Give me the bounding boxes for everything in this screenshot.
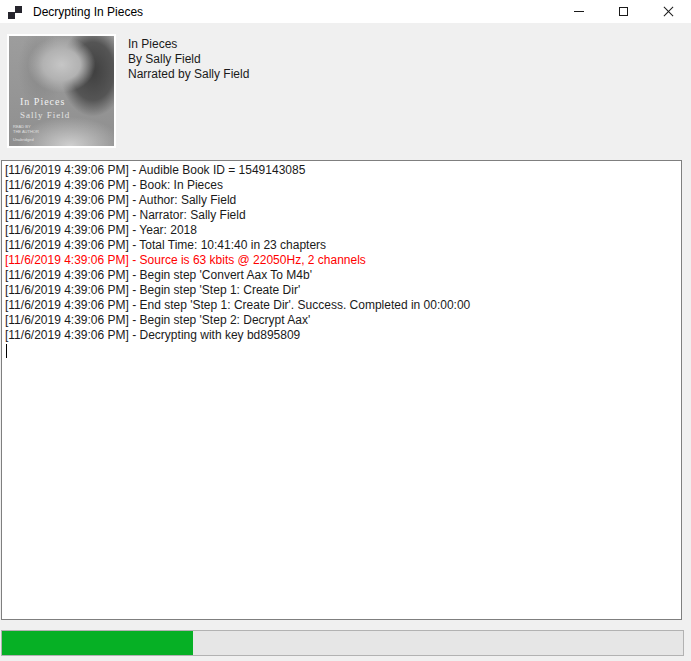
- close-icon: [663, 6, 674, 17]
- minimize-icon: [574, 11, 584, 12]
- app-icon-square-small: [8, 12, 15, 19]
- caret-line: [5, 343, 677, 358]
- app-window: Decrypting In Pieces In Pieces Sally Fie…: [0, 0, 691, 661]
- window-controls: [556, 0, 691, 23]
- log-line: [11/6/2019 4:39:06 PM] - Source is 63 kb…: [5, 253, 677, 268]
- close-button[interactable]: [646, 0, 691, 23]
- log-line: [11/6/2019 4:39:06 PM] - Begin step 'Con…: [5, 268, 677, 283]
- log-line: [11/6/2019 4:39:06 PM] - Decrypting with…: [5, 328, 677, 343]
- log-line: [11/6/2019 4:39:06 PM] - Book: In Pieces: [5, 178, 677, 193]
- progress-fill: [2, 631, 193, 655]
- cover-title-text: In Pieces: [20, 96, 65, 107]
- log-line: [11/6/2019 4:39:06 PM] - Begin step 'Ste…: [5, 283, 677, 298]
- minimize-button[interactable]: [556, 0, 601, 23]
- app-icon: [8, 4, 24, 20]
- log-line: [11/6/2019 4:39:06 PM] - Author: Sally F…: [5, 193, 677, 208]
- text-caret: [6, 344, 7, 358]
- app-icon-square-large: [14, 5, 23, 14]
- log-line: [11/6/2019 4:39:06 PM] - Begin step 'Ste…: [5, 313, 677, 328]
- cover-author-text: Sally Field: [20, 110, 70, 120]
- book-cover-image: In Pieces Sally Field READ BY THE AUTHOR…: [7, 34, 116, 148]
- title-bar: Decrypting In Pieces: [0, 0, 691, 23]
- log-line: [11/6/2019 4:39:06 PM] - Audible Book ID…: [5, 163, 677, 178]
- maximize-button[interactable]: [601, 0, 646, 23]
- log-line: [11/6/2019 4:39:06 PM] - Narrator: Sally…: [5, 208, 677, 223]
- log-line: [11/6/2019 4:39:06 PM] - Year: 2018: [5, 223, 677, 238]
- log-textbox[interactable]: [11/6/2019 4:39:06 PM] - Audible Book ID…: [1, 160, 682, 620]
- progress-bar: [1, 630, 684, 656]
- maximize-icon: [619, 7, 628, 16]
- log-line: [11/6/2019 4:39:06 PM] - End step 'Step …: [5, 298, 677, 313]
- log-line: [11/6/2019 4:39:06 PM] - Total Time: 10:…: [5, 238, 677, 253]
- book-info: In Pieces By Sally Field Narrated by Sal…: [128, 37, 249, 82]
- log-lines: [11/6/2019 4:39:06 PM] - Audible Book ID…: [5, 163, 677, 343]
- book-author: By Sally Field: [128, 52, 249, 67]
- book-narrator: Narrated by Sally Field: [128, 67, 249, 82]
- cover-readby-text: READ BY THE AUTHOR: [13, 124, 39, 134]
- book-title: In Pieces: [128, 37, 249, 52]
- window-title: Decrypting In Pieces: [33, 5, 143, 19]
- cover-edition-text: Unabridged: [13, 137, 34, 142]
- cover-readby-line2: THE AUTHOR: [13, 129, 39, 134]
